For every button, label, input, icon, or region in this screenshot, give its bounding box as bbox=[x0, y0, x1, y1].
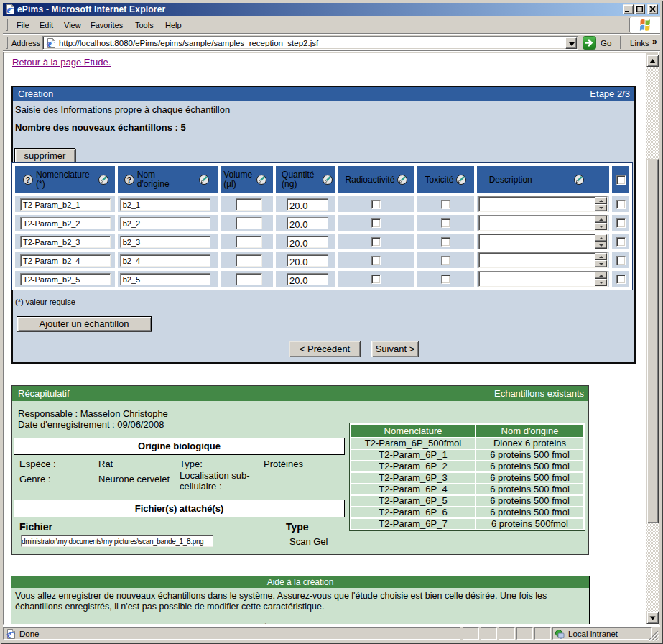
svg-text:e: e bbox=[47, 39, 52, 49]
svg-text:?: ? bbox=[126, 175, 131, 184]
svg-text:e: e bbox=[6, 5, 11, 15]
svg-text:e: e bbox=[7, 630, 11, 640]
svg-text:?: ? bbox=[26, 175, 31, 184]
